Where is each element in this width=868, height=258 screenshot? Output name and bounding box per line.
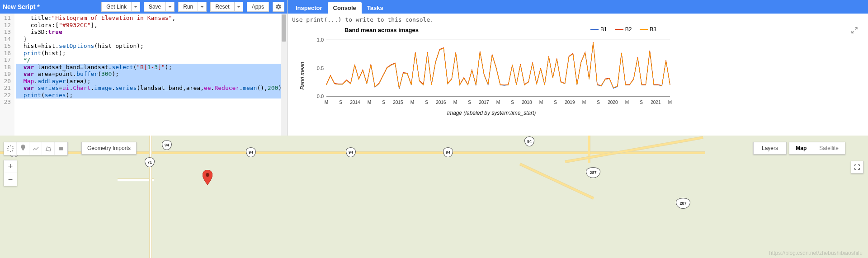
script-editor-panel: New Script * Get Link Save Run Reset App… bbox=[0, 0, 288, 136]
svg-text:S: S bbox=[425, 100, 428, 105]
svg-text:0.5: 0.5 bbox=[317, 66, 324, 71]
fullscreen-icon bbox=[854, 164, 861, 171]
watermark: https://blog.csdn.net/zhebushibiaoshifu bbox=[769, 250, 863, 256]
save-dropdown[interactable] bbox=[166, 2, 175, 12]
chart-ylabel: Band mean bbox=[299, 62, 306, 89]
legend-item: B1 bbox=[590, 26, 607, 33]
svg-text:M: M bbox=[410, 100, 414, 105]
fullscreen-button[interactable] bbox=[851, 161, 863, 174]
run-dropdown[interactable] bbox=[198, 2, 207, 12]
gear-icon bbox=[275, 4, 282, 10]
svg-text:2015: 2015 bbox=[393, 100, 403, 105]
svg-text:S: S bbox=[511, 100, 514, 105]
svg-text:M: M bbox=[325, 100, 328, 105]
caret-down-icon bbox=[200, 6, 204, 8]
map[interactable]: 94 94 94 94 94 94 71 287 287 Geometry Im… bbox=[0, 136, 868, 258]
console-hint: Use print(...) to write to this console. bbox=[292, 16, 863, 23]
polygon-tool[interactable] bbox=[42, 142, 55, 155]
route-shield-94: 94 bbox=[524, 136, 534, 146]
point-tool[interactable] bbox=[17, 142, 29, 155]
legend-item: B2 bbox=[615, 26, 632, 33]
map-marker[interactable] bbox=[203, 170, 212, 185]
svg-text:S: S bbox=[554, 100, 557, 105]
svg-text:M: M bbox=[368, 100, 371, 105]
editor-scrollbar[interactable] bbox=[281, 14, 287, 136]
console-panel: Inspector Console Tasks Use print(...) t… bbox=[288, 0, 868, 136]
map-type-satellite[interactable]: Satellite bbox=[813, 142, 845, 154]
zoom-control: + − bbox=[4, 160, 17, 186]
svg-text:M: M bbox=[453, 100, 457, 105]
right-tabs: Inspector Console Tasks bbox=[288, 0, 868, 14]
zoom-out-button[interactable]: − bbox=[4, 173, 17, 186]
svg-text:2021: 2021 bbox=[651, 100, 661, 105]
svg-text:S: S bbox=[382, 100, 385, 105]
svg-text:M: M bbox=[582, 100, 586, 105]
svg-text:2014: 2014 bbox=[350, 100, 360, 105]
legend-item: B3 bbox=[640, 26, 656, 33]
map-type-map[interactable]: Map bbox=[789, 142, 813, 154]
svg-text:M: M bbox=[668, 100, 672, 105]
zoom-in-button[interactable]: + bbox=[4, 160, 17, 173]
caret-down-icon bbox=[168, 6, 172, 8]
chart-plot-area[interactable]: 0.00.51.0MS2014MS2015MS2016MS2017MS2018M… bbox=[308, 35, 675, 108]
svg-text:S: S bbox=[597, 100, 600, 105]
caret-down-icon bbox=[237, 6, 241, 8]
svg-text:S: S bbox=[640, 100, 643, 105]
geometry-imports-button[interactable]: Geometry Imports bbox=[81, 142, 137, 155]
svg-text:2019: 2019 bbox=[565, 100, 575, 105]
svg-text:2018: 2018 bbox=[522, 100, 532, 105]
get-link-dropdown[interactable] bbox=[132, 2, 140, 12]
route-shield-94: 94 bbox=[162, 140, 172, 150]
map-type-control: Map Satellite bbox=[789, 142, 845, 155]
code-area[interactable]: title:"Histogram of Elevation in Kansas"… bbox=[14, 14, 287, 136]
layers-button[interactable]: Layers bbox=[753, 142, 787, 155]
route-shield-287: 287 bbox=[586, 167, 600, 178]
reset-dropdown[interactable] bbox=[235, 2, 243, 12]
svg-rect-33 bbox=[59, 147, 63, 150]
svg-text:S: S bbox=[468, 100, 471, 105]
svg-text:2020: 2020 bbox=[608, 100, 618, 105]
route-shield-71: 71 bbox=[145, 157, 155, 167]
get-link-button[interactable]: Get Link bbox=[101, 2, 132, 12]
pan-tool[interactable] bbox=[4, 142, 17, 155]
line-tool[interactable] bbox=[29, 142, 42, 155]
expand-chart-icon[interactable] bbox=[851, 27, 858, 34]
route-shield-287: 287 bbox=[676, 198, 690, 209]
svg-text:M: M bbox=[539, 100, 543, 105]
svg-point-32 bbox=[206, 173, 209, 177]
tab-inspector[interactable]: Inspector bbox=[290, 2, 328, 14]
svg-text:M: M bbox=[496, 100, 500, 105]
svg-text:1.0: 1.0 bbox=[317, 37, 324, 42]
editor-toolbar: New Script * Get Link Save Run Reset App… bbox=[0, 0, 287, 14]
svg-text:2016: 2016 bbox=[436, 100, 446, 105]
caret-down-icon bbox=[134, 6, 137, 8]
chart-output: Band mean across images Band mean B1B2B3… bbox=[299, 27, 863, 116]
route-shield-94: 94 bbox=[246, 147, 256, 157]
svg-text:2017: 2017 bbox=[479, 100, 489, 105]
chart-xlabel: Image (labeled by system:time_start) bbox=[308, 110, 675, 116]
drawing-toolbar bbox=[4, 142, 68, 155]
svg-text:S: S bbox=[339, 100, 342, 105]
reset-button[interactable]: Reset bbox=[210, 2, 234, 12]
settings-button[interactable] bbox=[273, 2, 284, 12]
script-title: New Script * bbox=[3, 3, 40, 10]
console-body: Use print(...) to write to this console.… bbox=[288, 14, 868, 136]
line-gutter: 11121314151617181920212223 bbox=[0, 14, 14, 136]
svg-text:0.0: 0.0 bbox=[317, 94, 324, 99]
tab-console[interactable]: Console bbox=[328, 2, 362, 14]
apps-button[interactable]: Apps bbox=[247, 2, 269, 12]
tab-tasks[interactable]: Tasks bbox=[362, 2, 389, 14]
chart-legend: B1B2B3 bbox=[590, 26, 656, 33]
svg-text:M: M bbox=[625, 100, 629, 105]
route-shield-94: 94 bbox=[443, 147, 453, 157]
run-button[interactable]: Run bbox=[178, 2, 198, 12]
save-button[interactable]: Save bbox=[144, 2, 166, 12]
route-shield-94: 94 bbox=[346, 147, 356, 157]
code-editor[interactable]: 11121314151617181920212223 title:"Histog… bbox=[0, 14, 287, 136]
rectangle-tool[interactable] bbox=[55, 142, 67, 155]
